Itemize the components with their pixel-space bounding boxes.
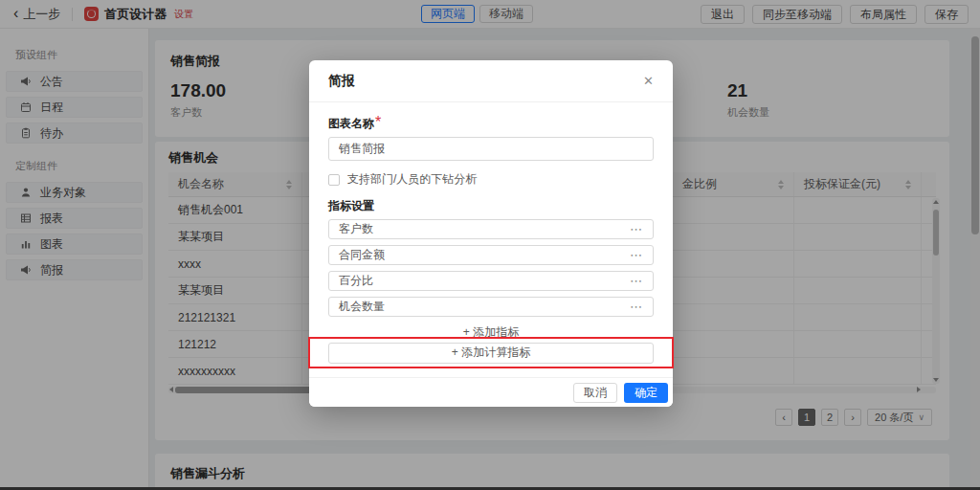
required-mark: * [375, 114, 381, 130]
dialog-header: 简报 ✕ [309, 60, 673, 102]
annotation-highlight-box: + 添加计算指标 [308, 337, 674, 368]
checkbox-icon[interactable] [328, 174, 340, 186]
indicator-item-opportunity-count[interactable]: 机会数量 ⋯ [328, 297, 654, 317]
add-calculated-indicator-button[interactable]: + 添加计算指标 [328, 343, 654, 364]
cancel-button[interactable]: 取消 [573, 383, 617, 403]
dialog-title: 简报 [328, 73, 355, 90]
indicator-item-contract-amount[interactable]: 合同金额 ⋯ [328, 245, 654, 265]
more-icon[interactable]: ⋯ [630, 249, 643, 261]
chart-name-label-row: 图表名称* [328, 114, 654, 131]
chart-name-label: 图表名称 [328, 117, 374, 130]
more-icon[interactable]: ⋯ [630, 275, 643, 287]
more-icon[interactable]: ⋯ [630, 301, 643, 313]
dialog-body: 图表名称* 支持部门/人员的下钻分析 指标设置 客户数 ⋯ 合同金额 ⋯ 百分比… [309, 102, 673, 340]
close-icon[interactable]: ✕ [643, 74, 654, 88]
more-icon[interactable]: ⋯ [630, 223, 643, 235]
indicator-settings-label: 指标设置 [328, 199, 654, 213]
confirm-button[interactable]: 确定 [624, 383, 668, 403]
chart-name-input[interactable] [328, 137, 654, 161]
indicator-item-customer-count[interactable]: 客户数 ⋯ [328, 219, 654, 239]
drilldown-checkbox-row[interactable]: 支持部门/人员的下钻分析 [328, 171, 654, 188]
brief-settings-dialog: 简报 ✕ 图表名称* 支持部门/人员的下钻分析 指标设置 客户数 ⋯ 合同金额 … [309, 60, 673, 407]
dialog-footer: 取消 确定 [309, 377, 673, 407]
checkbox-label: 支持部门/人员的下钻分析 [347, 171, 477, 188]
indicator-item-percentage[interactable]: 百分比 ⋯ [328, 271, 654, 291]
